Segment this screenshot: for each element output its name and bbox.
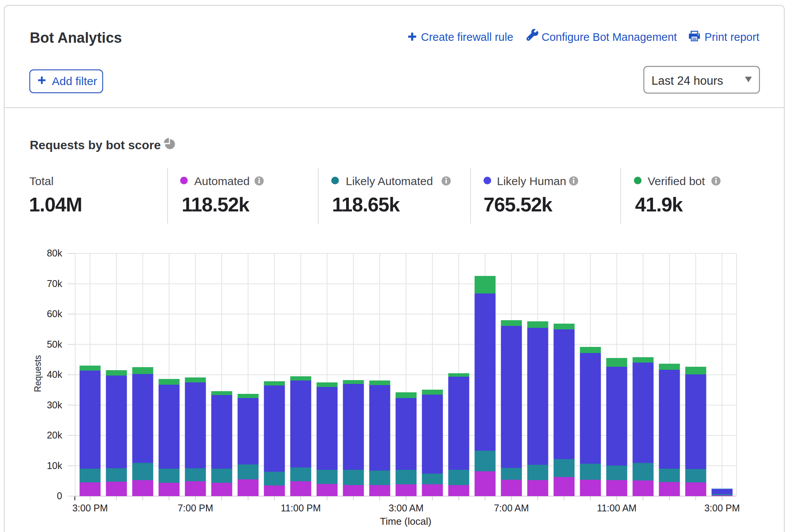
- svg-text:3:00 PM: 3:00 PM: [704, 503, 740, 513]
- svg-text:Print report: Print report: [705, 31, 759, 43]
- svg-text:70k: 70k: [47, 278, 63, 289]
- svg-text:Automated: Automated: [194, 175, 250, 187]
- svg-text:118.65k: 118.65k: [332, 193, 400, 216]
- svg-text:40k: 40k: [47, 369, 63, 380]
- svg-text:Total: Total: [29, 175, 53, 187]
- svg-text:60k: 60k: [47, 308, 63, 319]
- svg-text:Last 24 hours: Last 24 hours: [651, 74, 723, 87]
- svg-text:41.9k: 41.9k: [635, 193, 683, 216]
- svg-text:3:00 AM: 3:00 AM: [389, 503, 424, 513]
- svg-text:10k: 10k: [47, 460, 63, 471]
- svg-text:Likely Automated: Likely Automated: [346, 175, 433, 187]
- svg-text:80k: 80k: [47, 248, 63, 258]
- svg-text:7:00 PM: 7:00 PM: [177, 503, 213, 513]
- svg-text:Configure Bot Management: Configure Bot Management: [542, 31, 677, 43]
- svg-text:Time (local): Time (local): [380, 516, 432, 527]
- svg-text:Requests: Requests: [33, 355, 43, 392]
- svg-text:Verified bot: Verified bot: [648, 175, 705, 187]
- svg-text:50k: 50k: [47, 339, 63, 350]
- svg-text:765.52k: 765.52k: [484, 193, 553, 216]
- svg-text:3:00 PM: 3:00 PM: [72, 503, 108, 513]
- svg-text:30k: 30k: [47, 400, 63, 410]
- svg-text:Bot Analytics: Bot Analytics: [30, 30, 122, 46]
- svg-text:Likely Human: Likely Human: [497, 175, 566, 187]
- svg-text:Add filter: Add filter: [52, 75, 97, 87]
- svg-text:1.04M: 1.04M: [29, 193, 82, 216]
- svg-text:11:00 PM: 11:00 PM: [281, 503, 321, 513]
- svg-text:Create firewall rule: Create firewall rule: [421, 31, 513, 43]
- svg-text:118.52k: 118.52k: [182, 193, 250, 216]
- svg-text:11:00 AM: 11:00 AM: [597, 503, 637, 513]
- svg-text:Requests by bot score: Requests by bot score: [30, 138, 161, 152]
- svg-text:20k: 20k: [47, 430, 63, 440]
- svg-text:0: 0: [57, 490, 62, 501]
- svg-text:7:00 AM: 7:00 AM: [494, 503, 529, 513]
